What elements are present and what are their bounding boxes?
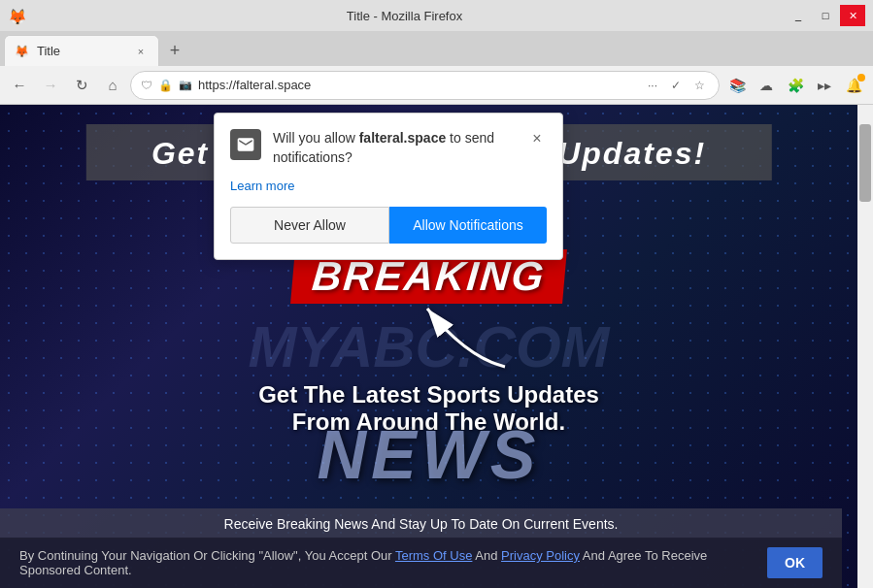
address-icons: ··· ✓ ☆ bbox=[643, 76, 709, 95]
bottom-notice: By Continuing Your Navigation Or Clickin… bbox=[0, 538, 842, 588]
popup-message-pre: Will you allow bbox=[273, 130, 359, 146]
subscribe-text: Receive Breaking News And Stay Up To Dat… bbox=[224, 516, 619, 532]
maximize-button[interactable]: □ bbox=[813, 5, 838, 26]
window-controls: _ □ ✕ bbox=[786, 5, 865, 26]
ok-button[interactable]: OK bbox=[767, 547, 823, 578]
allow-notifications-button[interactable]: Allow Notifications bbox=[389, 207, 547, 244]
scrollbar[interactable] bbox=[857, 105, 873, 588]
refresh-button[interactable]: ↻ bbox=[68, 72, 95, 99]
scroll-thumb[interactable] bbox=[859, 124, 871, 202]
nav-extras: 📚 ☁ 🧩 ▸▸ 🔔 bbox=[723, 72, 867, 99]
arrow-svg bbox=[369, 279, 524, 376]
title-bar: 🦊 Title - Mozilla Firefox _ □ ✕ bbox=[0, 0, 873, 31]
tab-bar: 🦊 Title × + bbox=[0, 31, 873, 66]
news-label: NEWS bbox=[0, 416, 857, 494]
notice-text: By Continuing Your Navigation Or Clickin… bbox=[19, 548, 752, 577]
popup-message: Will you allow falteral.space to send no… bbox=[273, 129, 516, 167]
new-tab-button[interactable]: + bbox=[161, 37, 188, 64]
content-area: Get Th​ Updates! BREAKING Get The Latest… bbox=[0, 105, 873, 588]
library-button[interactable]: 📚 bbox=[723, 72, 751, 99]
nav-bar: ← → ↻ ⌂ 🛡 🔒 📷 ··· ✓ ☆ 📚 ☁ 🧩 ▸▸ 🔔 bbox=[0, 66, 873, 105]
shield-icon: 🛡 bbox=[141, 79, 152, 92]
popup-notification-icon bbox=[230, 129, 261, 160]
more-tools-button[interactable]: ▸▸ bbox=[811, 72, 838, 99]
window-title: Title - Mozilla Firefox bbox=[31, 9, 778, 23]
tab-close-button[interactable]: × bbox=[133, 44, 149, 59]
extensions-button[interactable]: 🧩 bbox=[782, 72, 809, 99]
lock-icon: 🔒 bbox=[158, 79, 173, 92]
synced-button[interactable]: ☁ bbox=[753, 72, 780, 99]
bell-wrapper: 🔔 bbox=[840, 72, 867, 99]
popup-buttons: Never Allow Allow Notifications bbox=[230, 207, 547, 244]
back-button[interactable]: ← bbox=[6, 72, 33, 99]
learn-more-link[interactable]: Learn more bbox=[230, 179, 294, 193]
forward-button[interactable]: → bbox=[37, 72, 64, 99]
terms-of-use-link[interactable]: Terms Of Use bbox=[395, 548, 472, 563]
notice-text-1: By Continuing Your Navigation Or Clickin… bbox=[19, 548, 395, 563]
notice-text-2: And bbox=[472, 548, 501, 563]
firefox-icon: 🦊 bbox=[8, 8, 23, 23]
more-address-icon[interactable]: ··· bbox=[643, 76, 662, 95]
home-button[interactable]: ⌂ bbox=[99, 72, 126, 99]
tab-title: Title bbox=[37, 44, 60, 58]
arrow-annotation bbox=[369, 279, 524, 380]
tab-favicon: 🦊 bbox=[15, 45, 29, 58]
star-icon[interactable]: ☆ bbox=[689, 76, 709, 95]
notification-popup: Will you allow falteral.space to send no… bbox=[214, 113, 563, 260]
active-tab[interactable]: 🦊 Title × bbox=[4, 35, 159, 66]
close-button[interactable]: ✕ bbox=[840, 5, 865, 26]
cam-icon: 📷 bbox=[179, 79, 192, 91]
headline-text-1: Get The Latest Sports Updates bbox=[0, 381, 857, 408]
bookmark-check-icon[interactable]: ✓ bbox=[666, 76, 686, 95]
bell-badge bbox=[857, 74, 865, 82]
popup-domain: falteral.space bbox=[359, 130, 447, 146]
subscribe-bar: Receive Breaking News And Stay Up To Dat… bbox=[0, 508, 842, 539]
url-input[interactable] bbox=[198, 78, 637, 92]
popup-close-button[interactable]: × bbox=[527, 129, 547, 148]
popup-header: Will you allow falteral.space to send no… bbox=[230, 129, 547, 167]
never-allow-button[interactable]: Never Allow bbox=[230, 207, 389, 244]
privacy-policy-link[interactable]: Privacy Policy bbox=[501, 548, 580, 563]
minimize-button[interactable]: _ bbox=[786, 5, 811, 26]
address-bar: 🛡 🔒 📷 ··· ✓ ☆ bbox=[130, 71, 720, 100]
